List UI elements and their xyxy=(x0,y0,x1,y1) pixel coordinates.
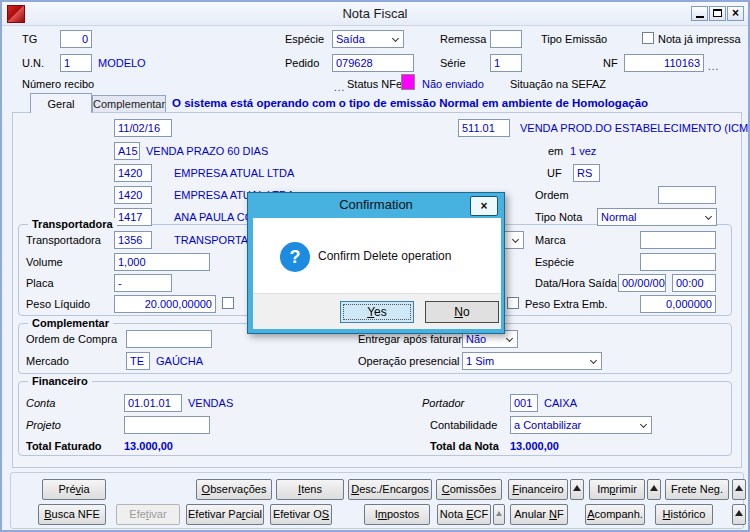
conta-label: Conta xyxy=(26,397,55,409)
pedido-input[interactable]: 079628 xyxy=(332,54,414,72)
minimize-button[interactable] xyxy=(691,6,708,21)
efetivar-os-button[interactable]: Efetivar OS xyxy=(270,504,332,525)
remessa-input[interactable] xyxy=(490,30,522,48)
confirmation-dialog: Confirmation × ? Confirm Delete operatio… xyxy=(247,192,505,334)
cliente-input[interactable]: 1420 xyxy=(114,164,152,182)
close-icon: × xyxy=(480,199,487,213)
peso-liquido-label: Peso Líquido xyxy=(26,298,90,310)
mercado-input[interactable]: TE xyxy=(126,352,150,370)
comissoes-button[interactable]: Comissões xyxy=(436,479,502,500)
efetivar-button[interactable]: Efetivar xyxy=(116,504,180,525)
financeiro-expand-button[interactable] xyxy=(570,479,584,500)
up-arrow-icon xyxy=(573,485,581,491)
busca-nfe-button[interactable]: Busca NFE xyxy=(38,504,106,525)
total-da-nota-value: 13.000,00 xyxy=(510,440,559,452)
question-icon: ? xyxy=(280,242,310,272)
acompanh-button[interactable]: Acompanh. xyxy=(585,504,645,525)
chevron-down-icon xyxy=(590,357,597,364)
nota-ja-impressa-label: Nota já impressa xyxy=(658,33,741,45)
previa-button[interactable]: Prévia xyxy=(42,479,106,500)
especie-select[interactable]: Saída xyxy=(332,30,404,48)
peso-extra-checkbox[interactable] xyxy=(507,297,519,309)
nota-ecf-button[interactable]: Nota ECF xyxy=(437,504,491,525)
nf-input[interactable]: 110163 xyxy=(624,54,704,72)
peso-liquido-input[interactable]: 20.000,00000 xyxy=(114,295,216,313)
dialog-footer: Yes No xyxy=(253,293,501,329)
historico-expand-button[interactable] xyxy=(732,504,746,525)
chevron-down-icon xyxy=(640,421,647,428)
especie-transp-label: Espécie xyxy=(535,256,574,268)
cond-pagamento-input[interactable]: A15 xyxy=(114,142,140,160)
un-desc: MODELO xyxy=(98,57,146,69)
dialog-close-button[interactable]: × xyxy=(470,196,498,216)
uf-input[interactable]: RS xyxy=(573,164,600,182)
chevron-down-icon xyxy=(392,35,399,42)
data-saida-input[interactable]: 00/00/00 xyxy=(618,274,666,292)
peso-extra-input[interactable]: 0,000000 xyxy=(640,295,716,313)
placa-input[interactable]: - xyxy=(114,274,172,292)
nota-fiscal-window: Nota Fiscal × TG 0 Espécie Saída Remessa… xyxy=(0,0,750,532)
status-nfe-lookup-button[interactable]: ... xyxy=(334,83,345,93)
portador-input[interactable]: 001 xyxy=(510,394,538,412)
tipo-operacao-input[interactable]: 511.01 xyxy=(458,119,510,137)
projeto-input[interactable] xyxy=(124,416,210,434)
tab-geral[interactable]: Geral xyxy=(30,93,92,113)
financeiro-button[interactable]: Financeiro xyxy=(508,479,568,500)
nota-ecf-expand-button[interactable] xyxy=(493,504,505,525)
chevron-down-icon xyxy=(506,335,513,342)
observacoes-button[interactable]: Observações xyxy=(196,479,272,500)
itens-button[interactable]: Itens xyxy=(276,479,344,500)
uf-label: UF xyxy=(547,167,562,179)
marca-input[interactable] xyxy=(640,231,716,249)
tab-complementar[interactable]: Complementar xyxy=(92,95,166,113)
peso-liquido-checkbox[interactable] xyxy=(222,297,234,309)
projeto-label: Projeto xyxy=(26,419,61,431)
data-emissao-input[interactable]: 11/02/16 xyxy=(114,119,172,137)
window-title: Nota Fiscal xyxy=(2,6,748,21)
status-nfe-value: Não enviado xyxy=(422,78,484,90)
operacao-presencial-select[interactable]: 1 Sim xyxy=(462,352,602,370)
data-hora-saida-label: Data/Hora Saída xyxy=(535,277,617,289)
no-button[interactable]: No xyxy=(425,301,499,323)
marca-label: Marca xyxy=(535,234,566,246)
contabilidade-select[interactable]: a Contabilizar xyxy=(510,416,652,434)
historico-button[interactable]: Histórico xyxy=(655,504,713,525)
efetivar-parcial-button[interactable]: Efetivar Parcial xyxy=(186,504,264,525)
imprimir-button[interactable]: Imprimir xyxy=(589,479,645,500)
tg-input[interactable]: 0 xyxy=(60,30,92,48)
tipo-nota-select[interactable]: Normal xyxy=(597,208,717,226)
complementar-group-title: Complementar xyxy=(28,317,113,329)
un-label: U.N. xyxy=(22,57,44,69)
volume-input[interactable]: 1,000 xyxy=(114,253,210,271)
representante-input[interactable]: 1417 xyxy=(114,208,152,226)
total-faturado-value: 13.000,00 xyxy=(124,440,173,452)
restore-icon xyxy=(713,9,722,17)
tipo-operacao-desc: VENDA PROD.DO ESTABELECIMENTO (ICMS 17%) xyxy=(520,122,750,134)
un-input[interactable]: 1 xyxy=(60,54,92,72)
serie-input[interactable]: 1 xyxy=(490,54,522,72)
hora-saida-input[interactable]: 00:00 xyxy=(672,274,716,292)
conta-input[interactable]: 01.01.01 xyxy=(124,394,182,412)
up-arrow-icon xyxy=(496,511,502,516)
frete-neg-button[interactable]: Frete Neg. xyxy=(665,479,729,500)
yes-button[interactable]: Yes xyxy=(340,301,414,323)
close-button[interactable]: × xyxy=(727,6,744,21)
em-label: em xyxy=(548,145,563,157)
imprimir-expand-button[interactable] xyxy=(647,479,661,500)
chevron-down-icon xyxy=(705,213,712,220)
frete-neg-expand-button[interactable] xyxy=(732,479,746,500)
ordem-compra-input[interactable] xyxy=(126,330,212,348)
ordem-input[interactable] xyxy=(658,186,716,204)
total-da-nota-label: Total da Nota xyxy=(430,440,499,452)
situacao-sefaz-label: Situação na SEFAZ xyxy=(510,78,606,90)
transportadora-input[interactable]: 1356 xyxy=(114,231,152,249)
cobranca-input[interactable]: 1420 xyxy=(114,186,152,204)
nota-ja-impressa-checkbox[interactable] xyxy=(642,32,654,44)
nf-lookup-button[interactable]: ... xyxy=(708,62,719,72)
desc-encargos-button[interactable]: Desc./Encargos xyxy=(348,479,432,500)
serie-label: Série xyxy=(440,57,466,69)
anular-nf-button[interactable]: Anular NF xyxy=(510,504,568,525)
impostos-button[interactable]: Impostos xyxy=(364,504,430,525)
restore-button[interactable] xyxy=(709,6,726,21)
especie-transp-input[interactable] xyxy=(640,253,716,271)
